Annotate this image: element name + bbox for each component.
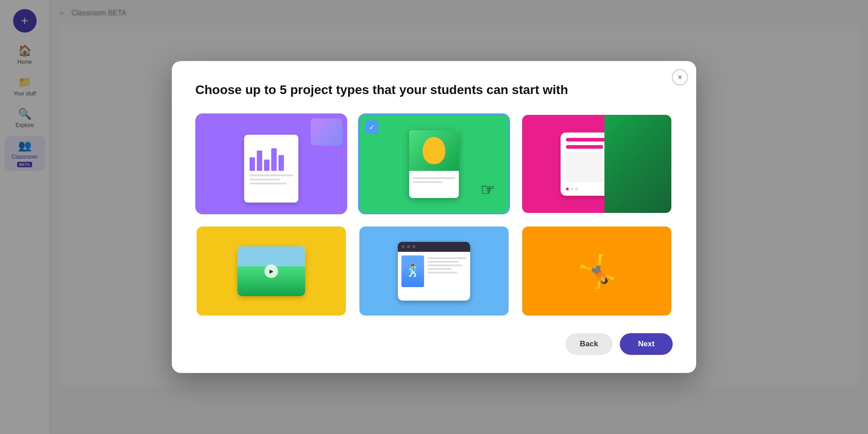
card-image-infographic <box>197 115 346 213</box>
poster-line-1 <box>413 177 455 179</box>
card-footer-webpage: Webpage Size of browser <box>359 316 509 317</box>
modal-overlay: × Choose up to 5 project types that your… <box>0 0 868 434</box>
next-button[interactable]: Next <box>620 333 673 355</box>
document-mockup <box>244 135 298 203</box>
browser-text-lines <box>428 255 467 297</box>
card-image-video: ▶ <box>197 226 346 316</box>
dot-1 <box>566 188 569 190</box>
poster-image-top <box>409 130 459 171</box>
card-footer-video: Video 1080 x 1920px <box>197 316 346 317</box>
dot-3 <box>575 188 578 190</box>
project-grid: Infographic 8.5" x 20" ✓ <box>195 113 673 317</box>
check-badge-poster: ✓ <box>365 120 378 134</box>
city-3d-decoration <box>311 118 342 146</box>
cursor-hand-icon: ☞ <box>481 180 495 199</box>
card-footer-presentation: Presentation 1080 x 1920px <box>522 213 671 214</box>
card-image-poster: ☞ <box>359 115 509 213</box>
modal-title: Choose up to 5 project types that your s… <box>195 83 673 97</box>
browser-dot-3 <box>412 245 415 248</box>
modal-dialog: × Choose up to 5 project types that your… <box>172 61 696 373</box>
dancer-icon: 🕺 <box>405 264 421 278</box>
browser-content: 🕺 <box>398 252 470 301</box>
btext-4 <box>428 268 451 270</box>
jungle-decoration <box>604 115 672 213</box>
back-button[interactable]: Back <box>566 333 613 355</box>
card-footer-drawing: Drawing 2000 x 2000px <box>522 316 671 317</box>
browser-bar <box>398 242 470 252</box>
line-1 <box>250 175 293 176</box>
card-footer-infographic: Infographic 8.5" x 20" <box>197 213 346 214</box>
line-3 <box>250 183 287 184</box>
video-screen: ▶ <box>237 246 305 296</box>
dot-2 <box>571 188 573 190</box>
close-icon: × <box>678 73 683 82</box>
browser-dot-1 <box>401 245 405 248</box>
project-card-video[interactable]: ▶ Video 1080 x 1920px <box>195 225 347 317</box>
drawing-character: 🤸 <box>577 255 617 287</box>
browser-dot-2 <box>407 245 410 248</box>
btext-5 <box>428 272 457 274</box>
bar-chart <box>250 144 293 171</box>
line-2 <box>250 179 280 180</box>
poster-document <box>409 130 459 198</box>
card-image-presentation <box>522 115 671 213</box>
face-decoration <box>423 137 445 164</box>
bar-2 <box>257 151 262 171</box>
poster-line-2 <box>413 181 443 183</box>
slide-line-2 <box>566 145 603 149</box>
project-card-infographic[interactable]: Infographic 8.5" x 20" <box>195 113 347 214</box>
btext-2 <box>428 261 459 263</box>
card-image-drawing: 🤸 <box>522 226 671 316</box>
poster-lines <box>409 171 459 186</box>
bar-4 <box>271 148 277 171</box>
bar-3 <box>264 160 269 171</box>
video-landscape: ▶ <box>237 246 305 296</box>
close-button[interactable]: × <box>672 69 688 85</box>
project-card-drawing[interactable]: 🤸 Drawing 2000 x 2000px <box>521 225 673 317</box>
bar-1 <box>250 157 255 171</box>
project-card-presentation[interactable]: Presentation 1080 x 1920px <box>521 113 673 214</box>
btext-1 <box>428 257 467 259</box>
modal-footer: Back Next <box>195 333 673 355</box>
btext-3 <box>428 264 462 266</box>
browser-mockup: 🕺 <box>398 242 470 301</box>
card-footer-poster: Poster 11" x 17" <box>359 213 509 214</box>
play-button-icon: ▶ <box>264 264 278 278</box>
bar-5 <box>278 155 284 171</box>
project-card-poster[interactable]: ✓ ☞ Poster 11 <box>358 113 510 214</box>
browser-figure: 🕺 <box>401 255 424 287</box>
card-image-webpage: 🕺 <box>359 226 509 316</box>
project-card-webpage[interactable]: 🕺 Webpage <box>358 225 510 317</box>
